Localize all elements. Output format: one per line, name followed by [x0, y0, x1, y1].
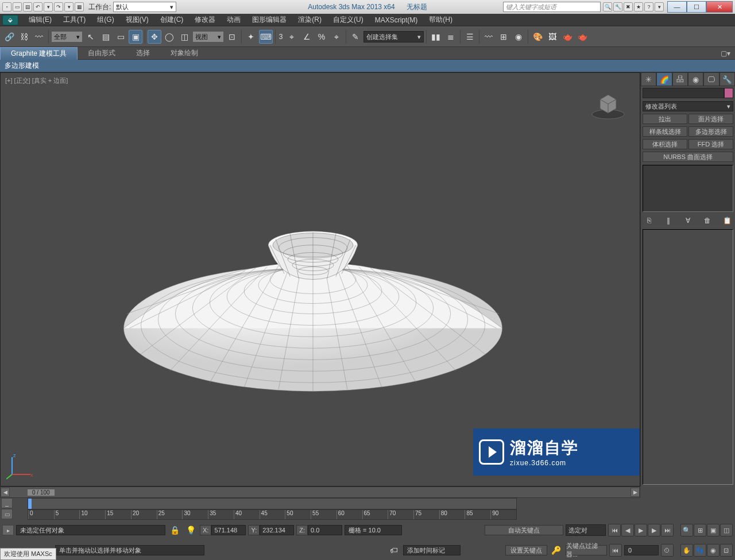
- frame-indicator[interactable]: 0 / 100: [27, 489, 55, 496]
- scroll-right-icon[interactable]: ▶: [630, 488, 640, 497]
- select-manipulate-icon[interactable]: ✦: [244, 30, 258, 44]
- keyboard-shortcut-icon[interactable]: ⌨: [259, 30, 273, 44]
- menu-maxscript[interactable]: MAXScript(M): [369, 16, 424, 24]
- show-end-result-icon[interactable]: ‖: [664, 216, 673, 225]
- key-prev-icon[interactable]: ⏮: [609, 544, 622, 557]
- bind-spacewarp-icon[interactable]: 〰: [32, 30, 46, 44]
- menu-graph[interactable]: 图形编辑器: [246, 15, 292, 25]
- selected-dropdown[interactable]: 选定对: [566, 524, 606, 536]
- remove-modifier-icon[interactable]: 🗑: [703, 216, 712, 225]
- save-icon[interactable]: ▤: [23, 2, 32, 11]
- redo-icon[interactable]: ↷: [54, 2, 63, 11]
- coord-y-field[interactable]: 232.134: [260, 525, 294, 535]
- search-icon[interactable]: 🔍: [603, 2, 612, 11]
- goto-end-icon[interactable]: ⏭: [661, 524, 674, 536]
- snap-angle-icon[interactable]: ∠: [300, 30, 314, 44]
- btn-extrude[interactable]: 拉出: [643, 114, 687, 124]
- next-frame-icon[interactable]: ▶: [648, 524, 660, 536]
- rotate-tool-icon[interactable]: ◯: [163, 30, 176, 44]
- play-icon[interactable]: ▶: [635, 524, 647, 536]
- prev-frame-icon[interactable]: ◀: [621, 524, 634, 536]
- undo-icon[interactable]: ↶: [33, 2, 42, 11]
- selection-filter-dropdown[interactable]: 全部▾: [51, 31, 83, 43]
- object-name-field[interactable]: [643, 88, 724, 98]
- set-key-icon[interactable]: ⎯: [1, 498, 13, 508]
- menu-help[interactable]: 帮助(H): [423, 15, 458, 25]
- btn-ffd-select[interactable]: FFD 选择: [688, 139, 733, 149]
- menu-animation[interactable]: 动画: [221, 15, 246, 25]
- ribbon-tab-freeform[interactable]: 自由形式: [78, 47, 126, 60]
- btn-nurbs-select[interactable]: NURBS 曲面选择: [643, 152, 733, 162]
- layers-icon[interactable]: ☰: [463, 30, 477, 44]
- btn-face-select[interactable]: 面片选择: [688, 114, 733, 124]
- selection-lock-icon[interactable]: 🔒: [168, 523, 181, 537]
- menu-views[interactable]: 视图(V): [120, 15, 154, 25]
- time-scrollbar[interactable]: ◀ 0 / 100 ▶: [0, 486, 640, 498]
- btn-volume-select[interactable]: 体积选择: [643, 139, 687, 149]
- nav-maximize-icon[interactable]: ⊡: [720, 544, 733, 557]
- maxscript-listener-icon[interactable]: ▸: [2, 525, 14, 535]
- ribbon-collapse-icon[interactable]: ▢▾: [716, 47, 735, 60]
- move-tool-icon[interactable]: ✥: [148, 30, 161, 44]
- menu-group[interactable]: 组(G): [91, 15, 119, 25]
- select-object-icon[interactable]: ↖: [84, 30, 98, 44]
- snap-percent-icon[interactable]: %: [315, 30, 328, 44]
- setkey-button[interactable]: 设置关键点: [505, 545, 547, 555]
- time-tag-icon[interactable]: 🏷: [387, 543, 401, 557]
- menu-tools[interactable]: 工具(T): [57, 15, 91, 25]
- key-icon[interactable]: 🔧: [613, 2, 622, 11]
- link-icon[interactable]: ▦: [75, 2, 84, 11]
- scroll-left-icon[interactable]: ◀: [1, 488, 10, 497]
- nav-pan-icon[interactable]: ✋: [680, 544, 693, 557]
- close-button[interactable]: ✕: [706, 1, 733, 13]
- cmd-tab-display[interactable]: 🖵: [703, 72, 719, 86]
- nav-zoomext-icon[interactable]: ▣: [707, 524, 719, 536]
- btn-poly-select[interactable]: 多边形选择: [688, 126, 733, 137]
- object-color-swatch[interactable]: [724, 88, 733, 98]
- render-prod-icon[interactable]: 🫖: [560, 30, 574, 44]
- minimize-button[interactable]: —: [667, 1, 687, 13]
- coord-x-field[interactable]: 571.148: [211, 525, 246, 535]
- open-icon[interactable]: ▭: [13, 2, 22, 11]
- menu-edit[interactable]: 编辑(E): [23, 15, 57, 25]
- schematic-view-icon[interactable]: ⊞: [497, 30, 510, 44]
- mirror-icon[interactable]: ▮▮: [429, 30, 443, 44]
- select-by-name-icon[interactable]: ▤: [99, 30, 113, 44]
- modifier-stack[interactable]: [643, 165, 733, 212]
- cmd-tab-utilities[interactable]: 🔧: [719, 72, 735, 86]
- make-unique-icon[interactable]: ∀: [683, 216, 693, 225]
- viewport[interactable]: [+] [正交] [真实 + 边面]: [0, 72, 640, 486]
- menu-rendering[interactable]: 渲染(R): [292, 15, 327, 25]
- pin-stack-icon[interactable]: ⎘: [644, 216, 653, 225]
- nav-zoomall-icon[interactable]: ⊞: [694, 524, 706, 536]
- link-tool-icon[interactable]: 🔗: [2, 30, 16, 44]
- key-mode-icon[interactable]: ▭: [1, 509, 13, 519]
- isolate-icon[interactable]: 💡: [184, 523, 198, 537]
- select-region-rect-icon[interactable]: ▭: [114, 30, 127, 44]
- refcoord-dropdown[interactable]: 视图▾: [192, 31, 224, 43]
- use-center-icon[interactable]: ⊡: [225, 30, 239, 44]
- time-ruler[interactable]: 0 5 10 15 20 25 30 35 40 45 50 55 60 65 …: [28, 509, 517, 520]
- menu-modifiers[interactable]: 修改器: [189, 15, 221, 25]
- goto-start-icon[interactable]: ⏮: [608, 524, 621, 536]
- cmd-tab-create[interactable]: ✳: [641, 72, 656, 86]
- welcome-tab[interactable]: 欢迎使用 MAXSc: [0, 548, 56, 560]
- edit-named-sel-icon[interactable]: ✎: [349, 30, 362, 44]
- keyfilter-button[interactable]: 关键点过滤器...: [566, 545, 607, 555]
- nav-walk-icon[interactable]: 👣: [694, 544, 706, 557]
- scale-tool-icon[interactable]: ◫: [177, 30, 191, 44]
- nav-orbit-icon[interactable]: ◉: [707, 544, 719, 557]
- unlink-tool-icon[interactable]: ⛓: [17, 30, 31, 44]
- ribbon-tab-objpaint[interactable]: 对象绘制: [160, 47, 208, 60]
- current-frame-field[interactable]: 0: [624, 545, 659, 555]
- rollout-area[interactable]: [643, 229, 733, 485]
- key-big-icon[interactable]: 🔑: [550, 543, 563, 557]
- infocenter-dd-icon[interactable]: ▾: [655, 2, 664, 11]
- configure-sets-icon[interactable]: 📋: [722, 216, 732, 225]
- cmd-tab-modify[interactable]: 🌈: [656, 72, 672, 86]
- add-time-tag[interactable]: 添加时间标记: [403, 545, 461, 555]
- align-icon[interactable]: ≣: [444, 30, 458, 44]
- nav-fov-icon[interactable]: ◫: [720, 524, 733, 536]
- time-config-icon[interactable]: ⏲: [661, 544, 674, 557]
- snap-2d-icon[interactable]: ⌖: [285, 30, 299, 44]
